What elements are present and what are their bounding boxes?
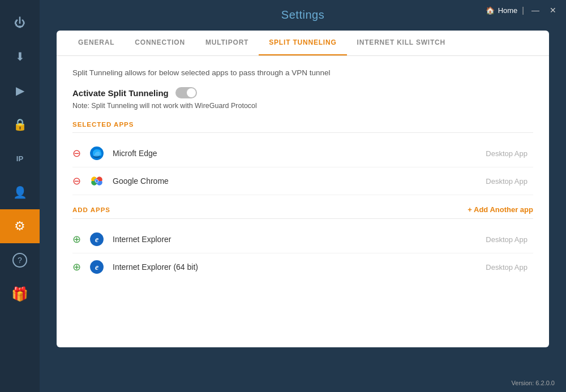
edge-app-type: Desktop App [486,149,528,158]
svg-text:e: e [95,235,98,244]
sidebar-item-ip[interactable]: IP [0,141,40,175]
sidebar-item-power[interactable]: ⏻ [0,6,40,40]
toggle-knob [187,88,196,97]
chrome-svg [89,174,104,188]
app-row-edge: ⊖ Microft Edge Desktop App [72,140,533,167]
panel-content: Split Tunneling allows for below selecte… [57,56,549,293]
settings-title: Settings [281,8,324,21]
app-row-ie64: ⊕ e Internet Explorer (64 bit) Desktop A… [72,253,533,281]
close-button[interactable]: ✕ [547,5,559,16]
selected-apps-divider [72,132,533,133]
help-icon: ? [12,253,27,268]
edge-app-name: Microft Edge [113,149,478,158]
add-apps-row: ADD APPS + Add Another app [72,205,533,214]
title-bar: 🏠 Home | — ✕ [479,0,566,20]
tab-split-tunneling[interactable]: SPLIT TUNNELING [259,31,346,55]
sidebar-item-download[interactable]: ⬇ [0,40,40,74]
tab-multiport[interactable]: MULTIPORT [195,31,259,55]
home-button[interactable]: 🏠 Home [486,6,518,15]
ie64-app-icon: e [89,259,105,275]
version-text: Version: 6.2.0.0 [512,380,555,386]
user-icon: 👤 [13,186,27,199]
add-another-button[interactable]: + Add Another app [468,205,533,214]
tab-internet-kill-switch[interactable]: INTERNET KILL SWITCH [347,31,456,55]
app-row-ie: ⊕ e Internet Explorer Desktop App [72,226,533,253]
power-icon: ⏻ [14,16,25,29]
add-apps-divider [72,218,533,219]
ip-icon: IP [16,154,23,163]
sidebar: ⏻ ⬇ ▶ 🔒 IP 👤 ⚙ ? 🎁 [0,0,40,392]
chrome-app-icon [89,173,105,189]
tab-general[interactable]: GENERAL [68,31,125,55]
note-text: Note: Split Tunneling will not work with… [72,102,533,110]
download-icon: ⬇ [15,50,25,63]
gift-icon: 🎁 [11,286,28,302]
play-icon: ▶ [16,84,24,97]
title-bar-separator: | [522,6,524,15]
activate-toggle[interactable] [175,87,197,98]
tab-connection[interactable]: CONNECTION [125,31,195,55]
ie-app-icon: e [89,231,105,247]
activate-label: Activate Split Tunneling [72,88,169,98]
chrome-app-name: Google Chrome [113,176,478,186]
tabs-bar: GENERAL CONNECTION MULTIPORT SPLIT TUNNE… [57,31,549,56]
remove-chrome-button[interactable]: ⊖ [72,175,81,187]
ie-app-type: Desktop App [486,235,528,244]
ie64-svg: e [89,260,104,274]
add-ie64-button[interactable]: ⊕ [72,261,81,273]
minimize-button[interactable]: — [529,5,542,16]
sidebar-item-connect[interactable]: ▶ [0,74,40,107]
remove-edge-button[interactable]: ⊖ [72,147,81,160]
sidebar-item-settings[interactable]: ⚙ [0,209,40,243]
sidebar-item-help[interactable]: ? [0,243,40,277]
main-area: Settings GENERAL CONNECTION MULTIPORT SP… [40,0,566,392]
home-icon: 🏠 [486,6,495,15]
ie-svg: e [89,232,104,247]
lock-icon: 🔒 [13,118,27,131]
settings-icon: ⚙ [14,219,25,234]
ie64-app-type: Desktop App [486,263,528,272]
edge-svg [89,146,104,161]
chrome-app-type: Desktop App [486,177,528,186]
ie64-app-name: Internet Explorer (64 bit) [113,262,478,272]
selected-apps-header: SELECTED APPS [72,121,533,128]
svg-point-4 [96,180,98,183]
home-label: Home [498,6,518,15]
description-text: Split Tunneling allows for below selecte… [72,68,533,77]
svg-text:e: e [95,262,98,272]
add-apps-header: ADD APPS [72,206,110,213]
sidebar-item-user[interactable]: 👤 [0,175,40,209]
activate-row: Activate Split Tunneling [72,87,533,98]
ie-app-name: Internet Explorer [113,235,478,244]
app-row-chrome: ⊖ Google Chrome Desktop App [72,167,533,195]
edge-app-icon [89,145,105,161]
sidebar-item-gift[interactable]: 🎁 [0,277,40,311]
settings-panel: GENERAL CONNECTION MULTIPORT SPLIT TUNNE… [57,31,549,347]
sidebar-item-lock[interactable]: 🔒 [0,107,40,141]
add-ie-button[interactable]: ⊕ [72,233,81,245]
